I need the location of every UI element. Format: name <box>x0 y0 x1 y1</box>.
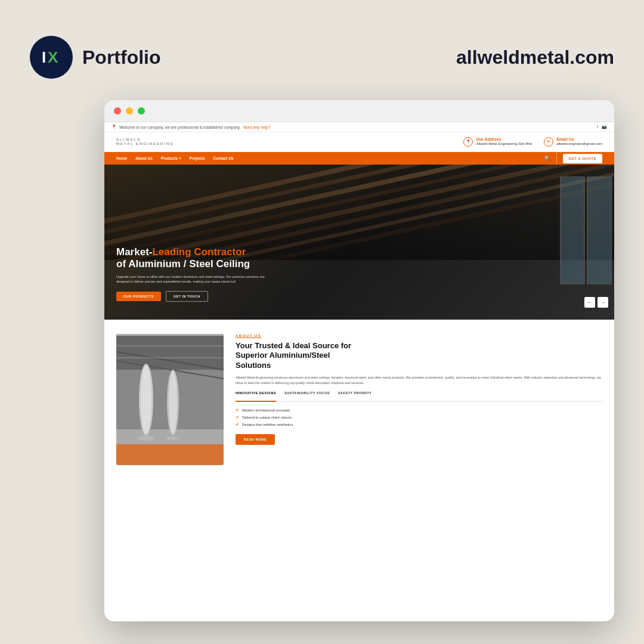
about-section: ABOUT US Your Trusted & Ideal Source for… <box>104 320 614 479</box>
check-icon-3: ✔ <box>236 422 239 427</box>
hero-title: Market-Leading Contractor of Aluminium /… <box>116 246 543 271</box>
address-value: Allweld Metal Engineering Sdn Bhd <box>476 141 532 146</box>
email-value: allweld.engineer@gmail.com <box>556 141 602 146</box>
svg-point-27 <box>137 436 155 441</box>
svg-rect-26 <box>116 444 224 465</box>
info-bar: 📍 Welcome to our company, we are profess… <box>104 122 614 132</box>
about-description: Allweld Metal Engineering produces alumi… <box>236 375 602 386</box>
address-info: 📍 Our Address Allweld Metal Engineering … <box>463 137 532 147</box>
get-quote-button[interactable]: GET A QUOTE <box>563 154 602 163</box>
check-item-1: ✔ Modern architectural concepts <box>236 408 602 413</box>
slider-next-button[interactable]: → <box>597 297 608 308</box>
svg-text:I: I <box>42 48 46 66</box>
site-header: ALLWELD METAL ENGINEERING 📍 Our Address … <box>104 132 614 152</box>
about-image-svg <box>116 334 224 465</box>
logo-name: ALLWELD <box>116 138 174 142</box>
search-icon[interactable]: 🔍 <box>544 156 550 161</box>
info-bar-link[interactable]: Need Any help? <box>243 125 270 129</box>
nav-products[interactable]: Products + <box>161 156 181 160</box>
hero-content: Market-Leading Contractor of Aluminium /… <box>116 246 543 302</box>
info-bar-left: 📍 Welcome to our company, we are profess… <box>112 125 270 129</box>
tab-sustainability[interactable]: SUSTAINABILITY FOCUS <box>284 391 330 397</box>
email-label: Email Us <box>556 137 602 141</box>
hero-title-highlight: Leading Contractor <box>152 246 246 258</box>
tab-innovative-designs[interactable]: INNOVATIVE DESIGNS <box>236 391 276 402</box>
email-icon: ✉ <box>544 137 553 147</box>
check-item-2: ✔ Tailored to unique client visions <box>236 415 602 420</box>
browser-mockup: 📍 Welcome to our company, we are profess… <box>104 100 614 621</box>
slider-controls: ← → <box>584 297 608 308</box>
check-label-1: Modern architectural concepts <box>242 408 290 412</box>
check-icon-2: ✔ <box>236 415 239 420</box>
nav-about[interactable]: About Us <box>135 156 153 160</box>
nav-projects[interactable]: Projects <box>190 156 205 160</box>
hero-title-start: Market- <box>116 246 152 258</box>
hero-section: Market-Leading Contractor of Aluminium /… <box>104 165 614 320</box>
site-logo-area: ALLWELD METAL ENGINEERING <box>116 138 174 145</box>
nav-contact[interactable]: Contact Us <box>213 156 233 160</box>
hero-title-end: of Aluminium / Steel Ceiling <box>116 258 250 270</box>
logo-sub: METAL ENGINEERING <box>116 142 174 146</box>
nav-home[interactable]: Home <box>116 156 127 160</box>
about-title: Your Trusted & Ideal Source for Superior… <box>236 341 602 370</box>
email-info: ✉ Email Us allweld.engineer@gmail.com <box>544 137 602 147</box>
hero-description: Upgrade your home or office with our mod… <box>116 274 271 284</box>
tab-safety[interactable]: SAFETY PRIORITY <box>338 391 372 397</box>
check-item-3: ✔ Designs that redefine aesthetics <box>236 422 602 427</box>
address-text-block: Our Address Allweld Metal Engineering Sd… <box>476 137 532 146</box>
browser-dot-1 <box>114 107 121 114</box>
domain-label: allweldmetal.com <box>456 47 614 69</box>
header-info: 📍 Our Address Allweld Metal Engineering … <box>463 137 602 147</box>
ix-logo-circle: I X <box>30 36 73 79</box>
slider-prev-button[interactable]: ← <box>584 297 595 308</box>
about-image <box>116 334 224 465</box>
facebook-icon[interactable]: f <box>597 125 598 129</box>
svg-point-23 <box>141 365 151 434</box>
about-label: ABOUT US <box>236 334 602 338</box>
svg-rect-18 <box>116 334 224 370</box>
our-products-button[interactable]: OUR PRODUCTS <box>116 292 161 301</box>
hero-buttons: OUR PRODUCTS GET IN TOUCH <box>116 291 543 302</box>
browser-dot-3 <box>138 107 145 114</box>
about-tabs: INNOVATIVE DESIGNS SUSTAINABILITY FOCUS … <box>236 391 602 402</box>
read-more-button[interactable]: READ MORE <box>236 434 275 445</box>
check-icon-1: ✔ <box>236 408 239 413</box>
about-title-line3: Solutions <box>236 361 271 370</box>
browser-dot-2 <box>126 107 133 114</box>
get-in-touch-button[interactable]: GET IN TOUCH <box>166 291 208 302</box>
svg-text:X: X <box>48 48 58 66</box>
nav-right: 🔍 GET A QUOTE <box>544 153 602 165</box>
top-bar: I X Portfolio allweldmetal.com <box>30 36 614 79</box>
info-bar-social: f 📷 <box>597 125 607 129</box>
about-title-line1: Your Trusted & Ideal Source for <box>236 341 351 350</box>
logo-area: I X Portfolio <box>30 36 161 79</box>
about-title-line2: Superior Aluminium/Steel <box>236 351 330 360</box>
browser-chrome <box>104 100 614 122</box>
check-label-2: Tailored to unique client visions <box>242 416 292 419</box>
email-text-block: Email Us allweld.engineer@gmail.com <box>556 137 602 146</box>
instagram-icon[interactable]: 📷 <box>602 125 607 129</box>
nav-links: Home About Us Products + Projects Contac… <box>116 152 234 165</box>
ix-logo-icon: I X <box>39 45 63 69</box>
info-bar-message: Welcome to our company, we are professio… <box>119 125 240 129</box>
address-icon: 📍 <box>463 137 473 147</box>
portfolio-label: Portfolio <box>82 47 161 69</box>
site-nav: Home About Us Products + Projects Contac… <box>104 152 614 165</box>
nav-divider <box>556 153 557 165</box>
about-checklist: ✔ Modern architectural concepts ✔ Tailor… <box>236 408 602 427</box>
address-label: Our Address <box>476 137 532 141</box>
website-content: 📍 Welcome to our company, we are profess… <box>104 122 614 620</box>
check-label-3: Designs that redefine aesthetics <box>242 423 293 426</box>
site-logo: ALLWELD METAL ENGINEERING <box>116 138 174 145</box>
svg-point-28 <box>166 436 180 440</box>
svg-rect-29 <box>116 334 224 336</box>
about-content: ABOUT US Your Trusted & Ideal Source for… <box>236 334 602 465</box>
svg-point-25 <box>169 371 177 434</box>
